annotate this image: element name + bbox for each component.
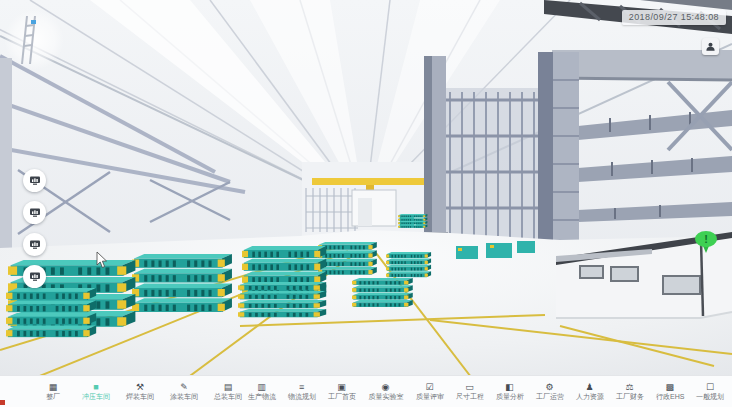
factory-finance-icon: ⚖ [626, 382, 634, 392]
workshop-label: 涂装车间 [170, 393, 198, 401]
welding-workshop-icon: ⚒ [136, 382, 144, 392]
module-label: 工厂财务 [615, 393, 643, 401]
workshop-label: 焊装车间 [126, 393, 154, 401]
workshop-tab[interactable]: ⚒ 焊装车间 [124, 381, 156, 403]
factory-operations-icon: ⚙ [546, 382, 554, 392]
workshop-tab[interactable]: ▦ 整厂 [38, 381, 68, 403]
module-label: 质量分析 [495, 393, 523, 401]
stamping-workshop-icon: ■ [93, 382, 98, 392]
module-button[interactable]: ◉ 质量实验室 [366, 381, 406, 403]
assembly-workshop-icon: ▤ [224, 382, 233, 392]
workshop-tab[interactable]: ■ 冲压车间 [80, 381, 112, 403]
human-resources-icon: ♟ [586, 382, 594, 392]
steel-column-distant [420, 56, 448, 239]
module-button[interactable]: ⚙ 工厂运营 [534, 381, 566, 403]
module-button[interactable]: ▣ 工厂首页 [326, 381, 358, 403]
crane-beam [312, 178, 428, 185]
module-nav: ▥ 生产物流 ≡ 物流规划 ▣ 工厂首页 ◉ 质量实验室 ☑ 质量评审 ▭ 尺寸… [246, 381, 726, 403]
module-button[interactable]: ◧ 质量分析 [494, 381, 526, 403]
module-label: 物流规划 [287, 393, 315, 401]
module-label: 一般规划 [696, 393, 724, 401]
kpi-panel-button[interactable] [23, 233, 46, 256]
quality-review-icon: ☑ [426, 382, 434, 392]
module-label: 生产物流 [247, 393, 275, 401]
kpi-monitor-icon [29, 207, 41, 218]
ceiling-light-glow [4, 10, 64, 70]
kpi-monitor-icon [29, 175, 41, 186]
alert-balloon-text: ! [704, 233, 708, 245]
bottom-toolbar: ▦ 整厂 ■ 冲压车间 ⚒ 焊装车间 ✎ 涂装车间 ▤ 总装车间 ▥ 生产物流 … [0, 375, 732, 407]
factory-home-icon: ▣ [337, 382, 346, 392]
kpi-monitor-icon [29, 239, 41, 250]
general-planning-icon: ☐ [706, 382, 714, 392]
module-label: 质量评审 [415, 393, 443, 401]
module-label: 尺寸工程 [455, 393, 483, 401]
workshop-label: 总装车间 [214, 393, 242, 401]
module-button[interactable]: ▩ 行政EHS [654, 381, 686, 403]
module-label: 质量实验室 [368, 393, 403, 401]
user-button[interactable] [702, 38, 719, 55]
kpi-monitor-icon [29, 271, 41, 282]
module-button[interactable]: ☐ 一般规划 [694, 381, 726, 403]
module-label: 工厂首页 [327, 393, 355, 401]
user-icon [705, 41, 716, 52]
module-label: 行政EHS [655, 393, 684, 401]
dimension-engineering-icon: ▭ [465, 382, 474, 392]
factory-overview-icon: ▦ [49, 382, 58, 392]
kpi-panel-button[interactable] [23, 265, 46, 288]
digital-twin-3d-viewport[interactable]: ! [0, 0, 732, 407]
quality-analysis-icon: ◧ [505, 382, 514, 392]
quality-lab-icon: ◉ [382, 382, 390, 392]
module-button[interactable]: ♟ 人力资源 [574, 381, 606, 403]
module-button[interactable]: ▭ 尺寸工程 [454, 381, 486, 403]
admin-ehs-icon: ▩ [666, 382, 675, 392]
module-label: 工厂运营 [535, 393, 563, 401]
module-button[interactable]: ≡ 物流规划 [286, 381, 318, 403]
workshop-nav: ▦ 整厂 ■ 冲压车间 ⚒ 焊装车间 ✎ 涂装车间 ▤ 总装车间 [38, 381, 244, 403]
red-indicator-dot [0, 400, 5, 405]
side-button-panel [23, 169, 46, 288]
workshop-tab[interactable]: ▤ 总装车间 [212, 381, 244, 403]
scene-3d-render: ! [0, 0, 732, 407]
timestamp: 2018/09/27 15:48:08 [622, 10, 726, 25]
module-button[interactable]: ☑ 质量评审 [414, 381, 446, 403]
workshop-tab[interactable]: ✎ 涂装车间 [168, 381, 200, 403]
kpi-panel-button[interactable] [23, 201, 46, 224]
logistics-truck-icon: ▥ [257, 382, 266, 392]
workshop-label: 冲压车间 [82, 393, 110, 401]
kpi-panel-button[interactable] [23, 169, 46, 192]
module-button[interactable]: ▥ 生产物流 [246, 381, 278, 403]
module-button[interactable]: ⚖ 工厂财务 [614, 381, 646, 403]
workshop-label: 整厂 [46, 393, 60, 401]
painting-workshop-icon: ✎ [180, 382, 188, 392]
logistics-planning-icon: ≡ [299, 382, 304, 392]
module-label: 人力资源 [575, 393, 603, 401]
